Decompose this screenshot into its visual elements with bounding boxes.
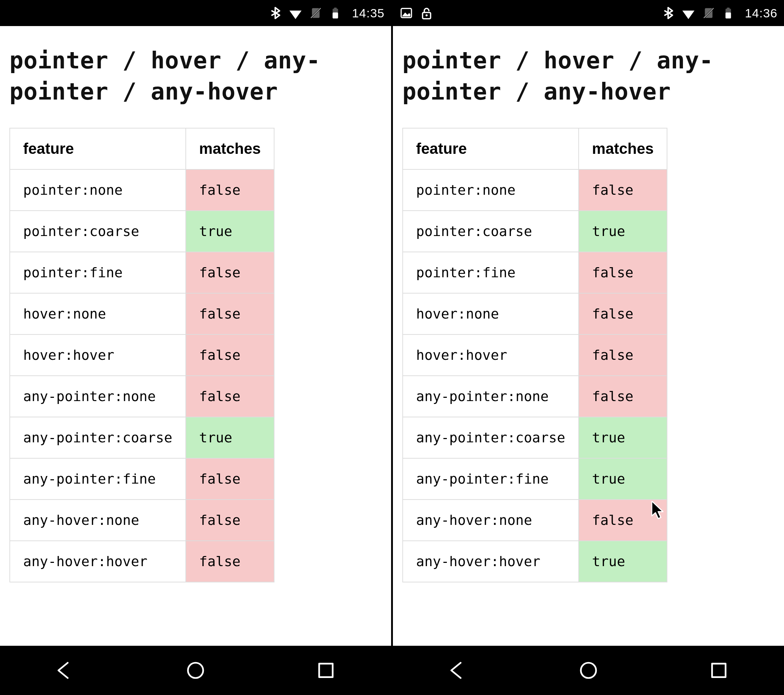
- matches-cell: false: [579, 293, 667, 335]
- table-row: any-pointer:nonefalse: [403, 376, 667, 417]
- wifi-icon: [288, 6, 303, 20]
- table-row: pointer:nonefalse: [10, 169, 274, 211]
- feature-cell: any-pointer:coarse: [10, 417, 186, 458]
- matches-cell: false: [579, 335, 667, 376]
- feature-cell: hover:none: [10, 293, 186, 335]
- column-header-matches: matches: [186, 128, 274, 169]
- table-row: hover:hoverfalse: [403, 335, 667, 376]
- nav-recents-button[interactable]: [683, 646, 755, 695]
- matches-cell: true: [186, 417, 274, 458]
- matches-cell: false: [186, 293, 274, 335]
- media-query-table: featurematchespointer:nonefalsepointer:c…: [402, 128, 667, 582]
- feature-cell: hover:none: [403, 293, 579, 335]
- mouse-cursor-icon: [651, 501, 664, 521]
- table-row: any-hover:nonefalse: [10, 499, 274, 541]
- bluetooth-icon: [269, 7, 282, 20]
- matches-cell: true: [186, 211, 274, 252]
- table-row: any-hover:hoverfalse: [10, 541, 274, 582]
- nav-home-button[interactable]: [159, 646, 232, 695]
- matches-cell: false: [186, 541, 274, 582]
- no-sim-icon: [702, 7, 715, 20]
- statusbar-clock: 14:36: [745, 6, 777, 20]
- feature-cell: pointer:coarse: [403, 211, 579, 252]
- bluetooth-icon: [662, 7, 675, 20]
- android-navbar: [0, 646, 391, 695]
- feature-cell: hover:hover: [10, 335, 186, 376]
- table-row: any-pointer:nonefalse: [10, 376, 274, 417]
- table-row: any-pointer:finefalse: [10, 458, 274, 499]
- matches-cell: false: [186, 169, 274, 211]
- battery-icon: [329, 7, 342, 20]
- column-header-matches: matches: [579, 128, 667, 169]
- no-sim-icon: [309, 7, 322, 20]
- statusbar-clock: 14:35: [352, 6, 385, 20]
- matches-cell: true: [579, 211, 667, 252]
- table-row: pointer:finefalse: [10, 252, 274, 293]
- table-row: any-pointer:finetrue: [403, 458, 667, 499]
- matches-cell: false: [186, 499, 274, 541]
- matches-cell: false: [186, 458, 274, 499]
- feature-cell: pointer:fine: [403, 252, 579, 293]
- table-row: pointer:coarsetrue: [10, 211, 274, 252]
- feature-cell: pointer:fine: [10, 252, 186, 293]
- matches-cell: false: [579, 252, 667, 293]
- column-header-feature: feature: [403, 128, 579, 169]
- feature-cell: any-pointer:fine: [10, 458, 186, 499]
- table-row: pointer:finefalse: [403, 252, 667, 293]
- table-row: any-hover:nonefalse: [403, 499, 667, 541]
- android-navbar: [393, 646, 784, 695]
- table-row: pointer:nonefalse: [403, 169, 667, 211]
- table-row: any-pointer:coarsetrue: [10, 417, 274, 458]
- matches-cell: false: [579, 169, 667, 211]
- table-row: hover:nonefalse: [10, 293, 274, 335]
- matches-cell: true: [579, 417, 667, 458]
- feature-cell: hover:hover: [403, 335, 579, 376]
- wifi-icon: [681, 6, 696, 20]
- feature-cell: pointer:coarse: [10, 211, 186, 252]
- statusbar: 14:35: [0, 0, 391, 26]
- nav-back-button[interactable]: [422, 646, 494, 695]
- page-title: pointer / hover / any-pointer / any-hove…: [10, 45, 382, 107]
- matches-cell: false: [186, 252, 274, 293]
- matches-cell: false: [579, 376, 667, 417]
- phone-screenshot: 14:36pointer / hover / any-pointer / any…: [393, 0, 784, 695]
- matches-cell: false: [186, 376, 274, 417]
- feature-cell: any-pointer:coarse: [403, 417, 579, 458]
- statusbar: 14:36: [393, 0, 784, 26]
- feature-cell: any-pointer:none: [403, 376, 579, 417]
- column-header-feature: feature: [10, 128, 186, 169]
- phone-screenshot: 14:35pointer / hover / any-pointer / any…: [0, 0, 391, 695]
- battery-icon: [722, 7, 735, 20]
- page-title: pointer / hover / any-pointer / any-hove…: [402, 45, 774, 107]
- nav-home-button[interactable]: [552, 646, 625, 695]
- feature-cell: any-hover:hover: [403, 541, 579, 582]
- feature-cell: any-hover:none: [403, 499, 579, 541]
- picture-icon: [399, 6, 413, 20]
- feature-cell: any-pointer:fine: [403, 458, 579, 499]
- table-row: hover:nonefalse: [403, 293, 667, 335]
- table-row: any-pointer:coarsetrue: [403, 417, 667, 458]
- feature-cell: any-hover:hover: [10, 541, 186, 582]
- matches-cell: true: [579, 458, 667, 499]
- feature-cell: any-pointer:none: [10, 376, 186, 417]
- page-content[interactable]: pointer / hover / any-pointer / any-hove…: [0, 26, 391, 646]
- feature-cell: pointer:none: [10, 169, 186, 211]
- table-row: hover:hoverfalse: [10, 335, 274, 376]
- page-content[interactable]: pointer / hover / any-pointer / any-hove…: [393, 26, 784, 646]
- feature-cell: any-hover:none: [10, 499, 186, 541]
- media-query-table: featurematchespointer:nonefalsepointer:c…: [10, 128, 275, 582]
- table-row: any-hover:hovertrue: [403, 541, 667, 582]
- matches-cell: true: [579, 541, 667, 582]
- matches-cell: false: [186, 335, 274, 376]
- nav-back-button[interactable]: [29, 646, 101, 695]
- nav-recents-button[interactable]: [290, 646, 362, 695]
- unlocked-icon: [420, 6, 433, 20]
- table-row: pointer:coarsetrue: [403, 211, 667, 252]
- feature-cell: pointer:none: [403, 169, 579, 211]
